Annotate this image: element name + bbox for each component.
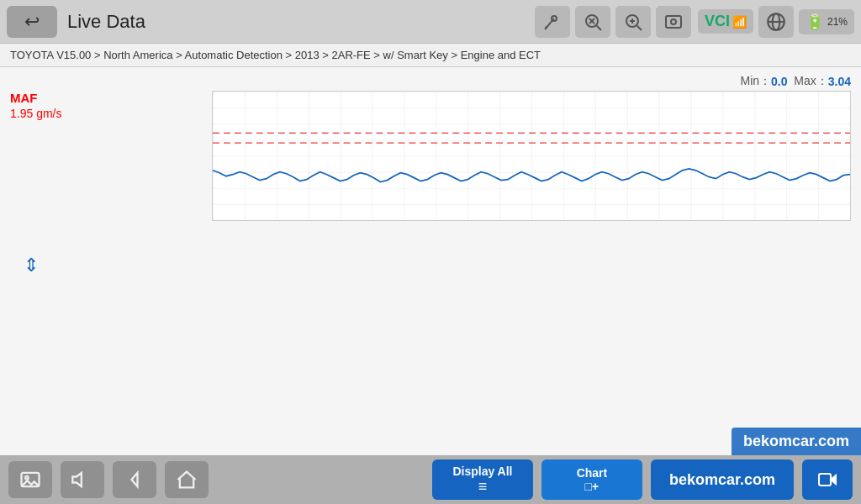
watermark: bekomcar.com xyxy=(732,428,861,455)
sensor-value: 1.95 gm/s xyxy=(10,107,212,120)
chart-container xyxy=(212,91,851,221)
back-nav-button[interactable] xyxy=(113,461,156,498)
battery-percent: 21% xyxy=(827,16,848,28)
svg-marker-20 xyxy=(132,473,138,486)
wifi-icon: 📶 xyxy=(732,15,747,29)
display-all-label: Display All xyxy=(452,465,512,478)
vci-label: VCI xyxy=(705,13,730,30)
svg-line-6 xyxy=(637,25,642,30)
chart-label: Chart xyxy=(577,466,608,480)
resize-handle[interactable]: ⇕ xyxy=(10,204,52,276)
language-button[interactable] xyxy=(758,6,794,38)
brand-button[interactable]: bekomcar.com xyxy=(651,459,794,500)
svg-marker-19 xyxy=(72,473,82,486)
svg-point-18 xyxy=(25,476,29,480)
min-value: 0.0 xyxy=(771,75,787,88)
max-label: Max： xyxy=(794,74,827,89)
min-label: Min： xyxy=(740,74,771,89)
resize-icon[interactable]: ⇕ xyxy=(24,255,39,276)
display-all-icon: ≡ xyxy=(478,478,488,496)
chart-icon: □+ xyxy=(585,480,600,493)
zoom-search-button[interactable] xyxy=(615,6,651,38)
chart-svg xyxy=(213,92,850,220)
display-all-button[interactable]: Display All ≡ xyxy=(432,459,533,500)
image-bottom-button[interactable] xyxy=(8,461,52,498)
breadcrumb: TOYOTA V15.00 > North America > Automati… xyxy=(0,44,861,67)
svg-rect-14 xyxy=(213,92,850,220)
cancel-search-button[interactable] xyxy=(575,6,610,38)
battery-icon: 🔋 xyxy=(806,13,824,31)
svg-point-10 xyxy=(671,19,676,24)
volume-button[interactable] xyxy=(61,461,104,498)
sensor-name: MAF xyxy=(10,91,212,105)
minmax-row: Min： 0.0 Max： 3.04 xyxy=(10,74,851,89)
max-value: 3.04 xyxy=(828,75,851,88)
bottom-bar: Display All ≡ Chart □+ bekomcar.com xyxy=(0,455,861,504)
back-icon: ↩ xyxy=(24,11,40,33)
svg-line-2 xyxy=(596,25,601,30)
battery-indicator: 🔋 21% xyxy=(799,9,854,34)
main-content: Min： 0.0 Max： 3.04 MAF 1.95 gm/s xyxy=(0,67,861,479)
home-button[interactable] xyxy=(165,461,209,498)
brand-text: bekomcar.com xyxy=(669,471,775,489)
back-button[interactable]: ↩ xyxy=(7,6,57,38)
vci-status: VCI 📶 xyxy=(698,9,753,34)
header-title: Live Data xyxy=(67,11,535,33)
header: ↩ Live Data VCI 📶 🔋 21% xyxy=(0,0,861,44)
chart-button[interactable]: Chart □+ xyxy=(541,459,642,500)
brush-button[interactable] xyxy=(535,6,570,38)
header-icons: VCI 📶 🔋 21% xyxy=(535,6,854,38)
screenshot-button[interactable] xyxy=(656,6,691,38)
svg-rect-21 xyxy=(819,474,831,486)
video-button[interactable] xyxy=(802,459,853,500)
svg-rect-9 xyxy=(666,16,681,28)
